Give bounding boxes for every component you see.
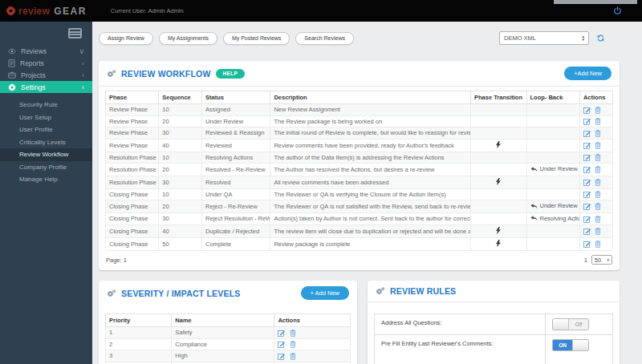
edit-icon[interactable]	[583, 130, 591, 137]
logo-text-gear: GEAR	[54, 6, 87, 17]
sidebar-item-projects[interactable]: Projects ‹	[0, 69, 92, 81]
description-cell: The Author has resolved the Actions, but…	[270, 164, 471, 176]
delete-icon[interactable]	[595, 142, 601, 149]
sequence-cell: 10	[159, 188, 202, 200]
workflow-table-header-row: Phase Sequence Status Description Phase …	[106, 91, 613, 104]
toolbar-button[interactable]: My Assignments	[159, 32, 217, 45]
chevron-down-icon: ∨	[79, 47, 84, 55]
edit-icon[interactable]	[583, 241, 591, 248]
delete-icon[interactable]	[290, 341, 296, 348]
review-rules-panel: REVIEW RULES Address All Questions: Off …	[368, 281, 620, 364]
phase-cell: Closing Phase	[106, 200, 159, 213]
refresh-icon[interactable]	[596, 34, 605, 42]
loop-back-cell	[526, 238, 579, 251]
description-cell: The initial round of Review is complete,…	[270, 127, 471, 140]
sidebar-item-settings[interactable]: Settings ‹	[0, 81, 92, 93]
page-size-select[interactable]: 50 ▾	[591, 255, 612, 265]
lightning-bolt-icon	[496, 240, 501, 247]
select-arrows-icon: ▴▾	[582, 35, 584, 41]
add-new-button[interactable]: +Add New	[564, 67, 612, 80]
col-header-status: Status	[202, 91, 270, 104]
toggle-off[interactable]: Off	[552, 318, 589, 330]
col-header-actions: Actions	[579, 91, 612, 104]
sidebar: Reviews ∨ Reports ‹ Projects ‹ Settings …	[0, 22, 92, 364]
loop-back-cell	[526, 188, 579, 200]
panel-title: REVIEW WORKFLOW	[121, 69, 211, 79]
project-select[interactable]: DEMO XML ▴▾	[499, 31, 589, 45]
edit-icon[interactable]	[583, 179, 591, 186]
sidebar-subitem[interactable]: Review Workflow	[0, 148, 92, 161]
workflow-table-row: Resolution Phase 30 Resolved All review …	[106, 176, 613, 188]
sidebar-subitem[interactable]: User Setup	[0, 111, 92, 124]
loop-back-arrow-icon	[530, 166, 538, 172]
loop-back-label: Under Review	[540, 165, 578, 172]
actions-cell	[579, 176, 612, 188]
delete-icon[interactable]	[595, 107, 601, 114]
sidebar-subitem[interactable]: User Profile	[0, 123, 92, 136]
edit-icon[interactable]	[583, 228, 591, 235]
phase-cell: Closing Phase	[106, 188, 159, 200]
delete-icon[interactable]	[595, 228, 601, 235]
delete-icon[interactable]	[595, 241, 601, 248]
delete-icon[interactable]	[595, 203, 601, 210]
workflow-table-row: Review Phase 30 Reviewed & Reassign The …	[106, 127, 613, 140]
delete-icon[interactable]	[595, 130, 601, 137]
power-icon[interactable]	[613, 6, 622, 15]
sequence-cell: 40	[159, 225, 202, 238]
toolbar-button[interactable]: My Posted Reviews	[223, 32, 290, 45]
hamburger-icon[interactable]	[68, 28, 82, 38]
delete-icon[interactable]	[290, 353, 296, 360]
delete-icon[interactable]	[595, 191, 601, 198]
actions-cell	[579, 139, 612, 152]
edit-icon[interactable]	[278, 330, 285, 337]
lightning-bolt-icon	[496, 178, 501, 185]
loop-back-cell: Under Review	[526, 200, 579, 213]
edit-icon[interactable]	[583, 191, 591, 198]
edit-icon[interactable]	[583, 166, 591, 173]
sidebar-item-reviews[interactable]: Reviews ∨	[0, 45, 92, 57]
edit-icon[interactable]	[583, 107, 591, 114]
col-header-phase: Phase	[106, 91, 159, 104]
delete-icon[interactable]	[595, 216, 601, 223]
edit-icon[interactable]	[583, 203, 591, 210]
panel-title: SEVERITY / IMPACT LEVELS	[121, 289, 241, 298]
sidebar-subitem[interactable]: Company Profile	[0, 161, 92, 174]
phase-cell: Resolution Phase	[106, 164, 159, 176]
sidebar-subitem[interactable]: Criticality Levels	[0, 136, 92, 149]
delete-icon[interactable]	[595, 154, 601, 161]
delete-icon[interactable]	[595, 118, 601, 125]
add-new-button[interactable]: + Add New	[301, 286, 349, 300]
description-cell: The Reviewer or QA is verifying the Clos…	[270, 188, 471, 200]
sidebar-subitem[interactable]: Security Rule	[0, 99, 92, 111]
delete-icon[interactable]	[595, 166, 601, 173]
phase-transition-cell	[471, 238, 527, 251]
briefcase-icon	[8, 71, 21, 79]
description-cell: The review item will close due to duplic…	[270, 225, 471, 238]
phase-transition-cell	[471, 225, 527, 238]
delete-icon[interactable]	[290, 330, 296, 337]
edit-icon[interactable]	[583, 142, 591, 149]
phase-cell: Review Phase	[106, 115, 159, 127]
app-logo: review GEAR	[6, 6, 87, 17]
sidebar-subitem[interactable]: Manage Help	[0, 173, 92, 186]
edit-icon[interactable]	[583, 154, 591, 161]
lightning-bolt-icon	[496, 141, 501, 148]
help-button[interactable]: HELP	[216, 69, 246, 79]
edit-icon[interactable]	[278, 341, 285, 348]
delete-icon[interactable]	[595, 179, 601, 186]
description-cell: New Review Assignment	[270, 104, 471, 116]
sidebar-item-reports[interactable]: Reports ‹	[0, 57, 92, 69]
sequence-cell: 30	[159, 127, 202, 140]
toolbar-button[interactable]: Assign Review	[99, 32, 153, 45]
toolbar-button[interactable]: Search Reviews	[295, 32, 354, 45]
bottom-row: SEVERITY / IMPACT LEVELS + Add New Prior…	[99, 281, 620, 364]
edit-icon[interactable]	[278, 353, 285, 360]
edit-icon[interactable]	[583, 216, 591, 223]
workflow-table: Phase Sequence Status Description Phase …	[105, 91, 613, 251]
status-cell: Reviewed	[202, 139, 270, 152]
col-header-actions: Actions	[274, 314, 351, 327]
toggle-on[interactable]: ON	[552, 339, 589, 351]
edit-icon[interactable]	[583, 118, 591, 125]
phase-transition-cell	[471, 212, 527, 225]
actions-cell	[579, 104, 612, 116]
